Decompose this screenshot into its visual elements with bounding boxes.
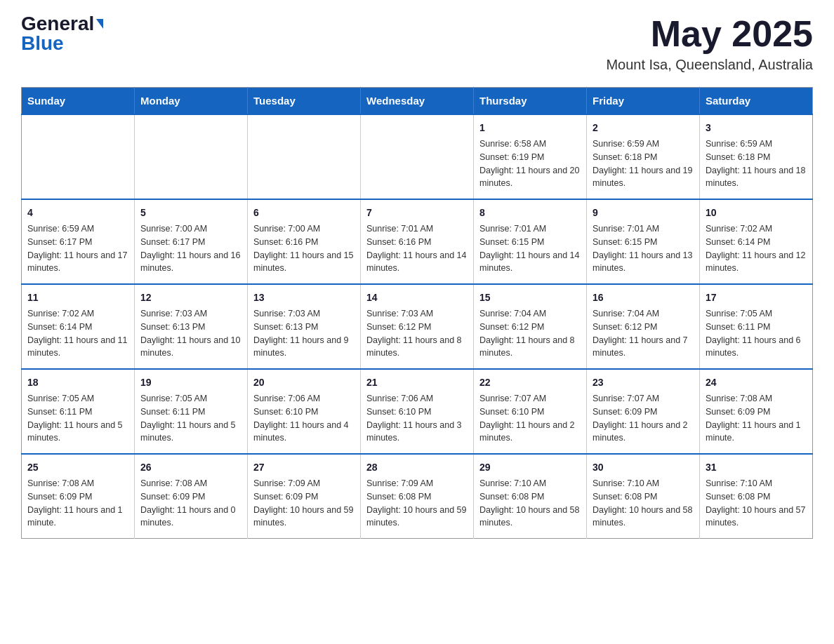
day-info-line: Sunrise: 7:07 AM [479, 392, 581, 405]
day-number: 4 [27, 206, 128, 220]
calendar-cell: 10Sunrise: 7:02 AMSunset: 6:14 PMDayligh… [700, 199, 813, 284]
day-info-line: Daylight: 11 hours and 2 minutes. [479, 419, 581, 445]
day-number: 1 [479, 121, 581, 135]
day-info-line: Daylight: 11 hours and 1 minute. [706, 419, 807, 445]
day-info-line: Sunset: 6:10 PM [479, 405, 581, 419]
day-number: 27 [253, 460, 355, 475]
day-info-line: Sunrise: 7:08 AM [27, 477, 128, 490]
calendar-cell: 16Sunrise: 7:04 AMSunset: 6:12 PMDayligh… [587, 284, 700, 369]
day-number: 16 [593, 290, 694, 305]
day-info-line: Sunrise: 7:07 AM [593, 392, 694, 405]
day-number: 15 [479, 290, 581, 305]
day-info-line: Daylight: 10 hours and 58 minutes. [593, 504, 694, 530]
day-info-line: Sunrise: 7:09 AM [366, 477, 468, 490]
day-info-line: Daylight: 11 hours and 1 minute. [27, 504, 128, 530]
calendar-cell: 20Sunrise: 7:06 AMSunset: 6:10 PMDayligh… [248, 369, 361, 454]
day-info-line: Sunrise: 6:59 AM [706, 137, 807, 151]
day-info-line: Sunrise: 7:03 AM [140, 307, 241, 321]
day-number: 11 [27, 290, 128, 305]
weekday-header-row: SundayMondayTuesdayWednesdayThursdayFrid… [22, 88, 813, 115]
day-info-line: Sunset: 6:17 PM [27, 236, 128, 249]
day-number: 10 [706, 206, 807, 220]
day-info-line: Daylight: 11 hours and 14 minutes. [366, 249, 468, 276]
day-info-line: Daylight: 11 hours and 13 minutes. [593, 249, 694, 276]
day-info-line: Daylight: 11 hours and 10 minutes. [140, 334, 241, 361]
day-info-line: Sunrise: 7:06 AM [366, 392, 468, 405]
day-info-line: Sunrise: 7:03 AM [253, 307, 355, 321]
day-info-line: Sunset: 6:14 PM [706, 236, 807, 249]
calendar-cell: 18Sunrise: 7:05 AMSunset: 6:11 PMDayligh… [22, 369, 135, 454]
location: Mount Isa, Queensland, Australia [606, 57, 813, 73]
day-info-line: Sunset: 6:08 PM [593, 490, 694, 504]
day-info-line: Sunset: 6:19 PM [479, 151, 581, 164]
day-info-line: Daylight: 10 hours and 57 minutes. [706, 504, 807, 530]
day-info-line: Sunrise: 7:01 AM [366, 222, 468, 236]
day-info-line: Sunrise: 6:58 AM [479, 137, 581, 151]
calendar-week-5: 25Sunrise: 7:08 AMSunset: 6:09 PMDayligh… [22, 454, 813, 539]
day-number: 9 [593, 206, 694, 220]
day-info-line: Sunset: 6:11 PM [140, 405, 241, 419]
calendar-cell: 17Sunrise: 7:05 AMSunset: 6:11 PMDayligh… [700, 284, 813, 369]
day-number: 22 [479, 375, 581, 390]
calendar-cell [135, 114, 248, 199]
day-number: 25 [27, 460, 128, 475]
day-info-line: Daylight: 11 hours and 14 minutes. [479, 249, 581, 276]
day-info-line: Sunset: 6:16 PM [253, 236, 355, 249]
day-number: 21 [366, 375, 468, 390]
day-info-line: Sunrise: 7:02 AM [706, 222, 807, 236]
calendar-cell: 7Sunrise: 7:01 AMSunset: 6:16 PMDaylight… [361, 199, 474, 284]
weekday-header-wednesday: Wednesday [361, 88, 474, 115]
calendar-cell: 5Sunrise: 7:00 AMSunset: 6:17 PMDaylight… [135, 199, 248, 284]
day-info-line: Sunset: 6:12 PM [593, 321, 694, 334]
day-info-line: Daylight: 11 hours and 8 minutes. [479, 334, 581, 361]
calendar-week-1: 1Sunrise: 6:58 AMSunset: 6:19 PMDaylight… [22, 114, 813, 199]
logo-blue-text: Blue [21, 34, 64, 53]
page-header: General Blue May 2025 Mount Isa, Queensl… [21, 14, 813, 73]
calendar-cell: 22Sunrise: 7:07 AMSunset: 6:10 PMDayligh… [474, 369, 587, 454]
day-info-line: Sunset: 6:15 PM [479, 236, 581, 249]
day-number: 12 [140, 290, 241, 305]
calendar-cell: 31Sunrise: 7:10 AMSunset: 6:08 PMDayligh… [700, 454, 813, 539]
calendar-cell: 23Sunrise: 7:07 AMSunset: 6:09 PMDayligh… [587, 369, 700, 454]
day-info-line: Sunset: 6:15 PM [593, 236, 694, 249]
day-number: 6 [253, 206, 355, 220]
day-info-line: Sunrise: 7:00 AM [253, 222, 355, 236]
day-info-line: Sunrise: 7:02 AM [27, 307, 128, 321]
day-info-line: Daylight: 10 hours and 59 minutes. [366, 504, 468, 530]
day-info-line: Sunset: 6:16 PM [366, 236, 468, 249]
day-info-line: Sunset: 6:14 PM [27, 321, 128, 334]
calendar-cell: 4Sunrise: 6:59 AMSunset: 6:17 PMDaylight… [22, 199, 135, 284]
day-info-line: Sunset: 6:11 PM [706, 321, 807, 334]
day-info-line: Daylight: 11 hours and 2 minutes. [593, 419, 694, 445]
day-info-line: Sunrise: 7:04 AM [593, 307, 694, 321]
logo-general-text: General [21, 14, 94, 34]
calendar-week-4: 18Sunrise: 7:05 AMSunset: 6:11 PMDayligh… [22, 369, 813, 454]
day-number: 2 [593, 121, 694, 135]
day-info-line: Daylight: 11 hours and 6 minutes. [706, 334, 807, 361]
calendar-cell: 9Sunrise: 7:01 AMSunset: 6:15 PMDaylight… [587, 199, 700, 284]
day-info-line: Sunset: 6:10 PM [366, 405, 468, 419]
day-info-line: Sunset: 6:09 PM [253, 490, 355, 504]
day-info-line: Sunrise: 7:01 AM [479, 222, 581, 236]
day-info-line: Sunset: 6:17 PM [140, 236, 241, 249]
calendar-body: 1Sunrise: 6:58 AMSunset: 6:19 PMDaylight… [22, 114, 813, 539]
weekday-header-friday: Friday [587, 88, 700, 115]
day-info-line: Sunset: 6:12 PM [479, 321, 581, 334]
calendar-cell: 14Sunrise: 7:03 AMSunset: 6:12 PMDayligh… [361, 284, 474, 369]
day-number: 18 [27, 375, 128, 390]
day-info-line: Daylight: 11 hours and 0 minutes. [140, 504, 241, 530]
day-info-line: Sunrise: 7:00 AM [140, 222, 241, 236]
day-number: 24 [706, 375, 807, 390]
day-info-line: Daylight: 11 hours and 19 minutes. [593, 164, 694, 191]
calendar-cell: 27Sunrise: 7:09 AMSunset: 6:09 PMDayligh… [248, 454, 361, 539]
title-section: May 2025 Mount Isa, Queensland, Australi… [606, 14, 813, 73]
day-info-line: Daylight: 11 hours and 5 minutes. [140, 419, 241, 445]
calendar-cell: 3Sunrise: 6:59 AMSunset: 6:18 PMDaylight… [700, 114, 813, 199]
day-info-line: Daylight: 11 hours and 3 minutes. [366, 419, 468, 445]
calendar-cell: 12Sunrise: 7:03 AMSunset: 6:13 PMDayligh… [135, 284, 248, 369]
day-info-line: Daylight: 11 hours and 9 minutes. [253, 334, 355, 361]
calendar-week-3: 11Sunrise: 7:02 AMSunset: 6:14 PMDayligh… [22, 284, 813, 369]
day-info-line: Sunrise: 7:05 AM [140, 392, 241, 405]
logo-triangle-icon [96, 19, 103, 29]
logo: General Blue [21, 14, 103, 53]
